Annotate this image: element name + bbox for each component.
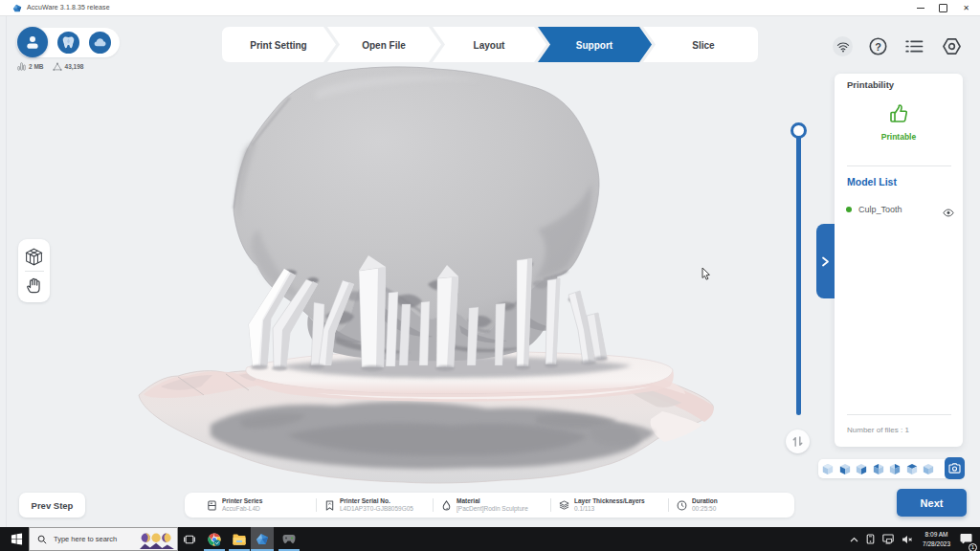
close-button[interactable] bbox=[954, 0, 978, 16]
app-logo-icon bbox=[12, 4, 22, 13]
window-title: AccuWare 3.1.8.35 release bbox=[27, 4, 110, 11]
support-cube-icon bbox=[24, 247, 44, 267]
clock-icon bbox=[677, 500, 687, 511]
pan-tool[interactable] bbox=[25, 276, 43, 295]
chevron-right-icon bbox=[821, 256, 830, 267]
viewport-toolbar bbox=[18, 239, 50, 302]
bookmark-icon bbox=[324, 500, 335, 511]
network-display-icon bbox=[882, 534, 894, 544]
support-edit-tool[interactable] bbox=[24, 247, 44, 267]
printer-icon bbox=[207, 500, 217, 511]
file-explorer-button[interactable] bbox=[228, 527, 251, 551]
window-titlebar: AccuWare 3.1.8.35 release bbox=[0, 0, 980, 16]
camera-icon bbox=[948, 463, 961, 474]
accuware-app-window: { "window": { "title": "AccuWare 3.1.8.3… bbox=[0, 0, 980, 551]
chrome-taskbar-button[interactable] bbox=[203, 527, 226, 551]
view-left-button[interactable] bbox=[873, 463, 884, 475]
start-button[interactable] bbox=[5, 528, 29, 550]
notification-icon bbox=[960, 533, 972, 544]
view-top-button[interactable] bbox=[906, 463, 918, 475]
mouse-cursor bbox=[702, 268, 709, 279]
notification-badge: 1 bbox=[969, 543, 977, 551]
view-preset-bar bbox=[818, 459, 964, 478]
info-serial-no: Printer Serial No.L4D1AP3T0-GJB8059G05 bbox=[324, 493, 413, 518]
model-visibility-toggle[interactable] bbox=[943, 204, 954, 221]
files-count: Number of files : 1 bbox=[847, 426, 909, 434]
next-button[interactable]: Next bbox=[897, 489, 967, 517]
model-status-dot bbox=[846, 207, 852, 212]
clock-time: 8:09 AM bbox=[923, 530, 950, 539]
minimize-button[interactable] bbox=[908, 0, 932, 16]
search-highlights-decoration bbox=[140, 531, 174, 549]
tray-expand-button[interactable] bbox=[850, 537, 858, 542]
sort-arrows-icon bbox=[791, 435, 804, 448]
system-tray: 8:09 AM 7/28/2023 1 bbox=[846, 527, 980, 551]
thumbs-up-icon bbox=[887, 102, 910, 125]
eye-icon bbox=[943, 209, 954, 217]
clock-date: 7/28/2023 bbox=[923, 540, 950, 548]
accuware-taskbar-button[interactable] bbox=[251, 527, 274, 551]
game-app-button[interactable] bbox=[278, 527, 301, 551]
printability-title: Printability bbox=[847, 79, 894, 90]
tray-device-button[interactable] bbox=[866, 534, 875, 544]
task-view-button[interactable] bbox=[178, 527, 201, 551]
info-printer-series: Printer SeriesAccuFab-L4D bbox=[207, 493, 262, 518]
view-bottom-button[interactable] bbox=[923, 463, 934, 475]
model-list-item[interactable]: Culp_Tooth bbox=[835, 202, 963, 217]
taskbar-clock[interactable]: 8:09 AM 7/28/2023 bbox=[923, 530, 950, 548]
task-view-icon bbox=[184, 534, 195, 545]
windows-logo-icon bbox=[11, 533, 23, 545]
panel-divider-bottom bbox=[847, 414, 951, 415]
view-right-button[interactable] bbox=[889, 463, 901, 475]
model-panel: Printability Printable Model List Culp_T… bbox=[835, 74, 963, 447]
device-icon bbox=[866, 534, 875, 544]
panel-divider bbox=[847, 165, 951, 166]
info-duration: Duration00:25:50 bbox=[677, 493, 718, 518]
taskbar-search[interactable]: Type here to search bbox=[29, 527, 178, 551]
search-icon bbox=[37, 535, 47, 544]
accuware-app-icon bbox=[256, 533, 269, 546]
printable-status-label: Printable bbox=[835, 132, 963, 142]
tray-volume-button[interactable] bbox=[902, 535, 913, 544]
toolbar-divider bbox=[25, 271, 44, 272]
view-front-button[interactable] bbox=[839, 463, 851, 475]
notification-center-button[interactable]: 1 bbox=[960, 531, 972, 548]
chrome-icon bbox=[208, 533, 221, 546]
droplet-icon bbox=[441, 500, 452, 511]
print-info-bar: Printer SeriesAccuFab-L4D Printer Serial… bbox=[185, 493, 794, 518]
info-layer-thickness: Layer Thickness/Layers0.1/113 bbox=[559, 493, 645, 518]
prev-step-button[interactable]: Prev Step bbox=[19, 493, 85, 518]
speaker-muted-icon bbox=[902, 535, 913, 544]
tray-network-button[interactable] bbox=[882, 534, 894, 544]
layer-slider[interactable] bbox=[791, 122, 807, 448]
layers-icon bbox=[559, 500, 569, 511]
hand-icon bbox=[25, 276, 43, 295]
layer-slider-handle[interactable] bbox=[791, 122, 807, 139]
chevron-up-icon bbox=[850, 537, 858, 542]
model-list-title: Model List bbox=[847, 176, 897, 187]
folder-icon bbox=[233, 534, 246, 545]
panel-collapse-tab[interactable] bbox=[816, 224, 835, 298]
model-name: Culp_Tooth bbox=[858, 205, 902, 214]
view-iso-button[interactable] bbox=[822, 463, 834, 475]
controller-icon bbox=[282, 534, 296, 544]
layer-slider-track[interactable] bbox=[796, 132, 801, 415]
screenshot-button[interactable] bbox=[945, 457, 965, 479]
maximize-button[interactable] bbox=[931, 0, 955, 16]
windows-taskbar: Type here to search bbox=[0, 527, 980, 551]
search-placeholder: Type here to search bbox=[54, 535, 117, 543]
printability-status: Printable bbox=[835, 102, 963, 142]
info-material: Material[PacDent]Rodin Sculpture bbox=[441, 493, 528, 518]
view-back-button[interactable] bbox=[856, 463, 867, 475]
slider-direction-button[interactable] bbox=[786, 430, 810, 453]
